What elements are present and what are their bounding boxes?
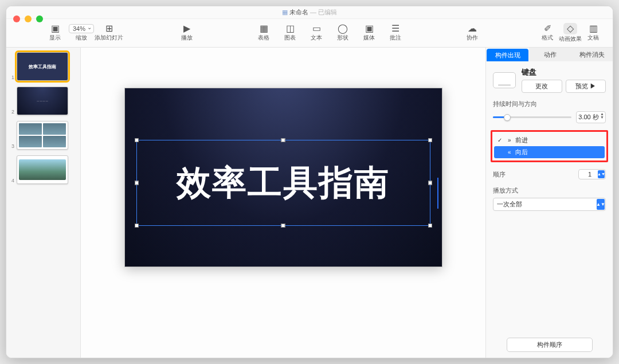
- thumb-3[interactable]: [17, 121, 68, 150]
- resize-handle[interactable]: [281, 224, 285, 228]
- doc-title: 未命名: [289, 8, 308, 17]
- order-label: 顺序: [493, 170, 506, 179]
- view-button[interactable]: ▣ 显示: [42, 21, 68, 46]
- view-icon: ▣: [51, 24, 60, 33]
- window-controls: [13, 15, 43, 22]
- resize-handle[interactable]: [135, 138, 139, 142]
- duration-slider[interactable]: [493, 116, 571, 118]
- document-icon: ▥: [589, 24, 598, 33]
- canvas-area[interactable]: 效率工具指南: [81, 48, 485, 358]
- selected-text-box[interactable]: 效率工具指南: [136, 140, 430, 226]
- collaborate-button[interactable]: ☁协作: [459, 21, 485, 46]
- resize-handle[interactable]: [428, 181, 432, 185]
- effect-name: 键盘: [522, 67, 606, 77]
- table-button[interactable]: ▦表格: [250, 21, 277, 46]
- play-button[interactable]: ▶ 播放: [174, 21, 200, 46]
- collab-icon: ☁: [468, 24, 477, 33]
- chart-icon: ◫: [286, 24, 295, 33]
- document-button[interactable]: ▥文稿: [582, 21, 605, 46]
- chart-button[interactable]: ◫图表: [277, 21, 303, 46]
- minimize-window-button[interactable]: [25, 15, 32, 22]
- slide-thumb-1[interactable]: 1 效率工具指南: [10, 52, 77, 81]
- tab-action[interactable]: 动作: [529, 48, 571, 61]
- slide-thumb-4[interactable]: 4: [10, 155, 77, 184]
- inspector-panel: 构件出现 动作 构件消失 键盘 更改 预览 ▶: [485, 48, 613, 358]
- preview-effect-button[interactable]: 预览 ▶: [566, 80, 606, 93]
- play-icon: ▶: [183, 24, 190, 33]
- format-icon: ✐: [544, 24, 551, 33]
- shape-button[interactable]: ◯形状: [330, 21, 356, 46]
- duration-field[interactable]: 3.00 秒 ▲▼: [576, 111, 606, 123]
- direction-backward-option[interactable]: « 向后: [494, 146, 605, 158]
- animate-icon: ◇: [567, 24, 574, 33]
- add-slide-button[interactable]: ⊞ 添加幻灯片: [95, 21, 123, 46]
- doc-icon: ▦: [282, 9, 288, 16]
- text-button[interactable]: ▭文本: [303, 21, 330, 46]
- resize-handle[interactable]: [135, 181, 139, 185]
- change-effect-button[interactable]: 更改: [522, 80, 562, 93]
- table-icon: ▦: [260, 24, 268, 33]
- tab-build-in[interactable]: 构件出现: [487, 49, 528, 61]
- plus-icon: ⊞: [105, 24, 113, 33]
- thumb-4[interactable]: [17, 155, 68, 184]
- titlebar: ▦ 未命名 — 已编辑: [6, 6, 613, 19]
- inspector-body: 键盘 更改 预览 ▶ 持续时间与方向: [486, 61, 613, 217]
- animate-button[interactable]: ◇动画效果: [559, 21, 582, 46]
- media-button[interactable]: ▣媒体: [356, 21, 382, 46]
- stepper-icon[interactable]: ▲▼: [600, 112, 604, 119]
- resize-handle[interactable]: [428, 138, 432, 142]
- tab-build-out[interactable]: 构件消失: [571, 48, 613, 61]
- shape-icon: ◯: [338, 24, 348, 33]
- thumb-1[interactable]: 效率工具指南: [17, 52, 68, 81]
- comment-button[interactable]: ☰批注: [382, 21, 409, 46]
- slide-title-text[interactable]: 效率工具指南: [137, 140, 430, 225]
- keyboard-effect-icon: [493, 72, 516, 88]
- slide-canvas[interactable]: 效率工具指南: [124, 88, 442, 267]
- app-window: ▦ 未命名 — 已编辑 ▣ 显示 34% 缩放 ⊞ 添加幻灯片 ▶ 播放 ▦表格: [6, 6, 613, 358]
- delivery-label: 播放方式: [493, 186, 606, 195]
- order-field[interactable]: 1 ▲▼: [578, 169, 606, 179]
- resize-handle[interactable]: [135, 224, 139, 228]
- slide-thumb-2[interactable]: 2 — — — —: [10, 87, 77, 115]
- toolbar: ▣ 显示 34% 缩放 ⊞ 添加幻灯片 ▶ 播放 ▦表格 ◫图表 ▭文本 ◯形状…: [6, 19, 613, 48]
- format-button[interactable]: ✐格式: [536, 21, 559, 46]
- comment-icon: ☰: [391, 24, 399, 33]
- slide-thumb-3[interactable]: 3: [10, 121, 77, 150]
- doc-status: — 已编辑: [308, 8, 337, 17]
- forward-arrows-icon: »: [508, 137, 511, 143]
- text-icon: ▭: [312, 24, 321, 33]
- media-icon: ▣: [365, 24, 374, 33]
- build-order-button[interactable]: 构件顺序: [507, 338, 593, 352]
- slide-navigator: 1 效率工具指南 2 — — — — 3 4: [6, 48, 81, 358]
- inspector-tabs: 构件出现 动作 构件消失: [486, 48, 613, 61]
- text-cursor: [437, 178, 438, 209]
- close-window-button[interactable]: [13, 15, 20, 22]
- content-area: 1 效率工具指南 2 — — — — 3 4: [6, 48, 613, 358]
- resize-handle[interactable]: [281, 138, 285, 142]
- direction-options-highlight: ✓ » 前进 « 向后: [491, 130, 608, 162]
- stepper-icon[interactable]: ▲▼: [598, 170, 605, 178]
- thumb-2[interactable]: — — — —: [17, 87, 68, 115]
- delivery-select[interactable]: 一次全部 ▲▼: [493, 198, 606, 211]
- fullscreen-window-button[interactable]: [36, 15, 43, 22]
- chevron-updown-icon: ▲▼: [597, 199, 605, 210]
- resize-handle[interactable]: [428, 224, 432, 228]
- check-icon: ✓: [497, 137, 503, 143]
- direction-forward-option[interactable]: ✓ » 前进: [494, 134, 605, 146]
- duration-direction-label: 持续时间与方向: [493, 100, 606, 108]
- zoom-value[interactable]: 34%: [69, 24, 94, 33]
- backward-arrows-icon: «: [508, 149, 511, 155]
- zoom-control[interactable]: 34% 缩放: [68, 21, 95, 46]
